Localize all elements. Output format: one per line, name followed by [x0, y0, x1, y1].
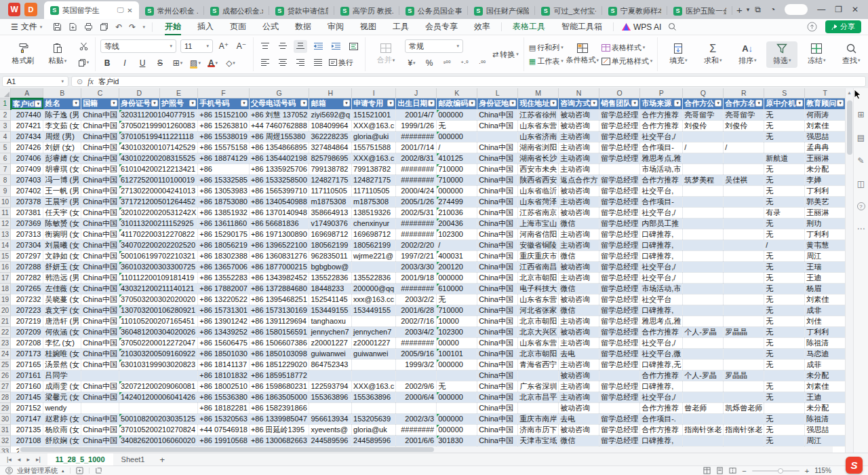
- cell-D22[interactable]: 360481200304020026: [119, 326, 197, 337]
- cell-R10[interactable]: [724, 196, 764, 207]
- filter-dropdown-icon[interactable]: ▼: [715, 100, 722, 107]
- cell-D29[interactable]: [119, 402, 197, 413]
- cell-R2[interactable]: 亮哥留学: [724, 109, 764, 120]
- docs-icon[interactable]: D: [24, 3, 37, 16]
- cell-T7[interactable]: 未分配: [805, 164, 845, 174]
- cell-G10[interactable]: +86 1340540988: [249, 196, 309, 207]
- cell-J18[interactable]: ########: [396, 283, 437, 294]
- column-header-I[interactable]: I: [352, 88, 396, 98]
- cell-K20[interactable]: 710000: [437, 305, 477, 316]
- cell-S30[interactable]: 无: [764, 413, 805, 424]
- cell-F2[interactable]: +86 15152100: [198, 109, 250, 120]
- cell-P14[interactable]: 口碑推荐,: [640, 240, 683, 250]
- cell-O11[interactable]: 留学总经理: [599, 207, 640, 218]
- cell-P32[interactable]: 口碑推荐,: [640, 435, 683, 446]
- upload-icon[interactable]: [807, 22, 817, 32]
- cell-G8[interactable]: +86 1533258500: [249, 174, 309, 185]
- cell-Q15[interactable]: [683, 250, 724, 261]
- decrease-font-icon[interactable]: A⁻: [235, 40, 248, 53]
- cell-K21[interactable]: 10000: [437, 316, 477, 326]
- cell-A22[interactable]: 207209: [11, 326, 43, 337]
- cell-C7[interactable]: China中国: [81, 164, 119, 174]
- sync-monitor-icon[interactable]: 🖵: [117, 6, 124, 14]
- cell-B22[interactable]: 何依涵 (女: [43, 326, 81, 337]
- cell-B17[interactable]: 韩浩远 (男: [43, 272, 81, 283]
- row-header-31[interactable]: 31: [0, 424, 11, 435]
- cell-C27[interactable]: China中国: [81, 381, 119, 392]
- name-box-chevron-icon[interactable]: ▾: [61, 79, 64, 84]
- cell-O30[interactable]: 留学总经理: [599, 413, 640, 424]
- cell-G20[interactable]: +86 1573130169: [249, 305, 309, 316]
- last-sheet-icon[interactable]: ▸|: [36, 456, 41, 463]
- cell-J5[interactable]: 2001/7/14: [396, 142, 437, 153]
- cell-F21[interactable]: +86 13901242: [198, 316, 250, 326]
- cell-B30[interactable]: 赵君婷 (女: [43, 413, 81, 424]
- prev-sheet-icon[interactable]: ◂: [18, 456, 21, 463]
- cell-O22[interactable]: 留学总经理: [599, 326, 640, 337]
- cell-J24[interactable]: 2005/9/16: [396, 348, 437, 359]
- sheet-tab-1[interactable]: Sheet1: [113, 453, 153, 466]
- row-header-13[interactable]: 13: [0, 229, 11, 240]
- cell-I22[interactable]: jennychen7: [352, 326, 396, 337]
- cell-K29[interactable]: [437, 402, 477, 413]
- cell-R25[interactable]: [724, 359, 764, 370]
- cell-N8[interactable]: 返点合作方: [559, 174, 599, 185]
- cell-H9[interactable]: 117110505: [309, 185, 352, 196]
- cell-I27[interactable]: XXX@163.c: [352, 381, 396, 392]
- cell-K19[interactable]: 无: [437, 294, 477, 305]
- cell-N23[interactable]: 主动咨询: [559, 337, 599, 348]
- sort-button[interactable]: A↓ 排序▾: [732, 41, 763, 68]
- cell-A18[interactable]: 207265: [11, 283, 43, 294]
- close-button[interactable]: ✕: [852, 5, 859, 14]
- cell-R14[interactable]: [724, 240, 764, 250]
- cell-K5[interactable]: /: [437, 142, 477, 153]
- convert-button[interactable]: ⇄转换▾: [492, 50, 519, 60]
- cell-N6[interactable]: 主动咨询: [559, 153, 599, 164]
- cell-T27[interactable]: 刘素佳: [805, 381, 845, 392]
- page-break-view-icon[interactable]: [729, 467, 736, 474]
- cell-D18[interactable]: 430321200211140121: [119, 283, 197, 294]
- cell-Q13[interactable]: [683, 229, 724, 240]
- cell-A20[interactable]: 207223: [11, 305, 43, 316]
- save-icon[interactable]: [53, 22, 62, 31]
- cell-Q14[interactable]: [683, 240, 724, 250]
- align-top-icon[interactable]: [258, 40, 272, 53]
- cell-H22[interactable]: jennychen7: [309, 326, 352, 337]
- cell-T2[interactable]: 何雨涛: [805, 109, 845, 120]
- cell-Q7[interactable]: [683, 164, 724, 174]
- toolbar-chevron-icon[interactable]: ▾: [142, 24, 145, 30]
- row-header-30[interactable]: 30: [0, 413, 11, 424]
- cell-Q25[interactable]: [683, 359, 724, 370]
- cell-R21[interactable]: [724, 316, 764, 326]
- cell-N19[interactable]: 被动咨询: [559, 294, 599, 305]
- cell-K7[interactable]: 710000: [437, 164, 477, 174]
- cell-I11[interactable]: 138519326: [352, 207, 396, 218]
- cell-S10[interactable]: 无: [764, 196, 805, 207]
- cell-P23[interactable]: 社交平台,/: [640, 337, 683, 348]
- cell-S16[interactable]: 无: [764, 261, 805, 272]
- cell-O25[interactable]: 留学总经理: [599, 359, 640, 370]
- cell-N31[interactable]: 被动咨询: [559, 424, 599, 435]
- cell-A7[interactable]: 207409: [11, 164, 43, 174]
- cell-S18[interactable]: 无: [764, 283, 805, 294]
- cell-A6[interactable]: 207406: [11, 153, 43, 164]
- cell-S15[interactable]: 无: [764, 250, 805, 261]
- cell-O13[interactable]: 留学总经理: [599, 229, 640, 240]
- cell-K13[interactable]: 102300: [437, 229, 477, 240]
- cell-P28[interactable]: 社交平台,/: [640, 392, 683, 402]
- cell-F5[interactable]: +86 15575158: [198, 142, 250, 153]
- cell-P25[interactable]: 口碑推荐,无: [640, 359, 683, 370]
- wrap-text-button[interactable]: 换行: [329, 58, 353, 68]
- cell-S23[interactable]: 无: [764, 337, 805, 348]
- increase-decimal-icon[interactable]: ⁺·⁰: [458, 56, 471, 69]
- cell-C2[interactable]: China中国: [81, 109, 119, 120]
- cell-A5[interactable]: 207426: [11, 142, 43, 153]
- cell-G11[interactable]: +86 1370140948: [249, 207, 309, 218]
- cell-G5[interactable]: +86 1354866895: [249, 142, 309, 153]
- cell-Q5[interactable]: /: [683, 142, 724, 153]
- merge-center-button[interactable]: 合并▾: [370, 41, 401, 67]
- cell-S7[interactable]: 无: [764, 164, 805, 174]
- cell-I2[interactable]: 151521001: [352, 109, 396, 120]
- row-header-9[interactable]: 9: [0, 185, 11, 196]
- cell-F4[interactable]: +86 15538019: [198, 131, 250, 142]
